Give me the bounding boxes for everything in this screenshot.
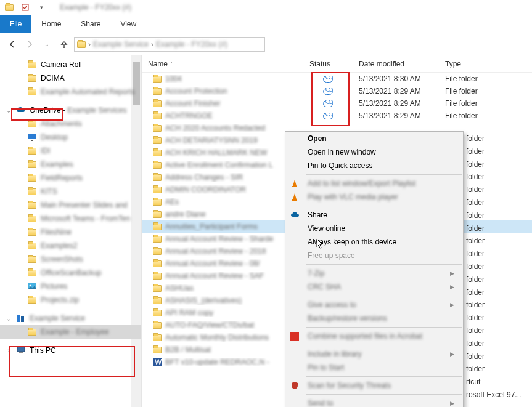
submenu-arrow-icon: ▶ (450, 270, 454, 276)
file-name: AUTO-FAQ/View/CTDs/bat (165, 321, 254, 329)
menu-item[interactable]: Combine supported files in Acrobat (285, 329, 463, 343)
submenu-arrow-icon: ▶ (450, 284, 454, 290)
menu-item[interactable]: View online (285, 222, 463, 235)
cloud-status-icon (323, 76, 333, 83)
file-name: ADMIN COORDINATOR (165, 185, 246, 194)
cloud-status-icon (323, 100, 333, 107)
tree-item[interactable]: DCIMA (0, 71, 141, 85)
file-name: Address Changes - SIR (165, 173, 243, 182)
nav-forward-button[interactable] (22, 37, 37, 52)
file-name: AEs (165, 198, 179, 206)
column-name[interactable]: Name˄ (142, 60, 303, 68)
ribbon-tabs: File Home Share View (0, 15, 532, 33)
tree-item[interactable]: Examples (0, 158, 141, 171)
menu-item[interactable]: Play with VLC media player (285, 190, 463, 204)
tree-item[interactable]: Example Automated Reports (0, 85, 141, 99)
cloud-status-icon (323, 113, 333, 119)
tree-item[interactable]: Main Presenter Slides and (0, 198, 141, 212)
context-menu[interactable]: OpenOpen in new windowPin to Quick acces… (285, 131, 464, 407)
file-type: File folder (439, 111, 513, 120)
file-row[interactable]: Account Protection5/13/2021 8:29 AMFile … (142, 85, 532, 97)
tree-item-icon (16, 345, 26, 355)
file-name: ASHUas (165, 284, 194, 292)
menu-item[interactable]: Scan for Security Threats (285, 379, 463, 392)
tree-item[interactable]: Attachments (0, 117, 141, 131)
menu-item[interactable]: 7-Zip▶ (285, 267, 463, 280)
tree-item-icon (27, 281, 37, 291)
nav-back-button[interactable] (5, 37, 20, 52)
column-status[interactable]: Status (303, 60, 353, 68)
file-type: File folder (439, 99, 513, 108)
menu-item[interactable]: Pin to Quick access (285, 159, 463, 172)
tree-item[interactable]: Desktop (0, 131, 141, 144)
navigation-tree[interactable]: Camera RollDCIMAExample Automated Report… (0, 55, 142, 407)
tree-item[interactable]: IDI (0, 144, 141, 158)
menu-item-icon (290, 381, 301, 390)
tab-file[interactable]: File (0, 15, 31, 33)
file-row[interactable]: Account Finisher5/13/2021 8:29 AMFile fo… (142, 97, 532, 110)
svg-rect-6 (21, 316, 24, 322)
menu-item[interactable]: Give access to▶ (285, 298, 463, 312)
menu-item[interactable]: CRC SHA▶ (285, 280, 463, 294)
tab-share[interactable]: Share (71, 15, 110, 33)
menu-item[interactable]: Include in library▶ (285, 347, 463, 361)
menu-item[interactable]: Add to list window/Export Playlist (285, 177, 463, 190)
menu-item[interactable]: Always keep on this device (285, 235, 463, 249)
svg-rect-8 (19, 352, 23, 353)
tree-item[interactable]: Microsoft Teams - FromTen (0, 212, 141, 225)
menu-item-label: Scan for Security Threats (308, 381, 391, 390)
breadcrumb-2[interactable]: Example - FY20xx (#) (156, 40, 227, 49)
tree-item[interactable]: ›This PC (0, 344, 141, 357)
tree-item[interactable]: Example - Employee (0, 325, 141, 339)
tree-item[interactable]: KITS (0, 185, 141, 198)
qat-undo-icon[interactable] (18, 1, 32, 14)
nav-recent-dropdown[interactable]: ⌄ (39, 37, 54, 52)
tree-item-icon (27, 87, 37, 97)
tab-home[interactable]: Home (31, 15, 71, 33)
file-date: 5/13/2021 8:30 AM (353, 75, 439, 83)
breadcrumb-1[interactable]: Example Service (93, 40, 149, 49)
tree-item[interactable]: Examples2 (0, 239, 141, 252)
tree-item[interactable]: Camera Roll (0, 58, 141, 71)
svg-rect-5 (17, 315, 20, 322)
menu-item-icon (290, 193, 301, 201)
tree-item[interactable]: Projects.zip (0, 293, 141, 307)
column-date[interactable]: Date modified (353, 60, 439, 68)
menu-item[interactable]: Free up space (285, 249, 463, 262)
menu-item-label: Backup/restore versions (308, 314, 387, 323)
address-bar[interactable]: › Example Service › Example - FY20xx (#) (74, 37, 265, 52)
menu-item[interactable]: Share (285, 208, 463, 222)
tree-item[interactable]: ScreenShots (0, 252, 141, 266)
tree-item[interactable]: ⌄OneDrive - Example Services (0, 103, 141, 117)
tree-item[interactable]: FieldReports (0, 171, 141, 185)
qat-dropdown-icon[interactable]: ▾ (35, 1, 48, 14)
tree-item[interactable]: ⌄Example Service (0, 312, 141, 325)
nav-up-button[interactable] (57, 37, 72, 52)
file-row[interactable]: 10045/13/2021 8:30 AMFile folder (142, 73, 532, 85)
tree-item[interactable]: Pictures (0, 280, 141, 293)
file-row[interactable]: ACHTRNGOE5/13/2021 8:29 AMFile folder (142, 110, 532, 122)
svg-rect-12 (292, 199, 297, 201)
menu-item[interactable]: Pin to Start (285, 361, 463, 374)
menu-item-label: CRC SHA (308, 283, 341, 291)
menu-item[interactable]: Open in new window (285, 145, 463, 159)
file-name: ACH DETARIATYSNN 2019 (165, 136, 258, 145)
tree-item[interactable]: OfficeScanBackup (0, 266, 141, 280)
svg-rect-11 (292, 186, 297, 187)
tab-view[interactable]: View (110, 15, 146, 33)
column-headers: Name˄ Status Date modified Type (142, 55, 532, 73)
menu-item-label: Combine supported files in Acrobat (308, 332, 422, 341)
menu-item[interactable]: Backup/restore versions (285, 312, 463, 325)
tree-item-icon (27, 146, 37, 156)
file-name: Annual Account Review - 2018 (165, 247, 266, 256)
svg-rect-7 (17, 347, 25, 352)
file-name: 1004 (165, 75, 182, 83)
submenu-arrow-icon: ▶ (450, 400, 454, 406)
column-type[interactable]: Type (439, 60, 513, 68)
tree-item[interactable]: FilesNine (0, 225, 141, 239)
menu-item-label: Pin to Start (308, 363, 344, 372)
menu-item[interactable]: Send to▶ (285, 397, 463, 407)
tree-item-icon (27, 119, 37, 129)
tree-item-icon (27, 268, 37, 278)
menu-item[interactable]: Open (285, 132, 463, 145)
